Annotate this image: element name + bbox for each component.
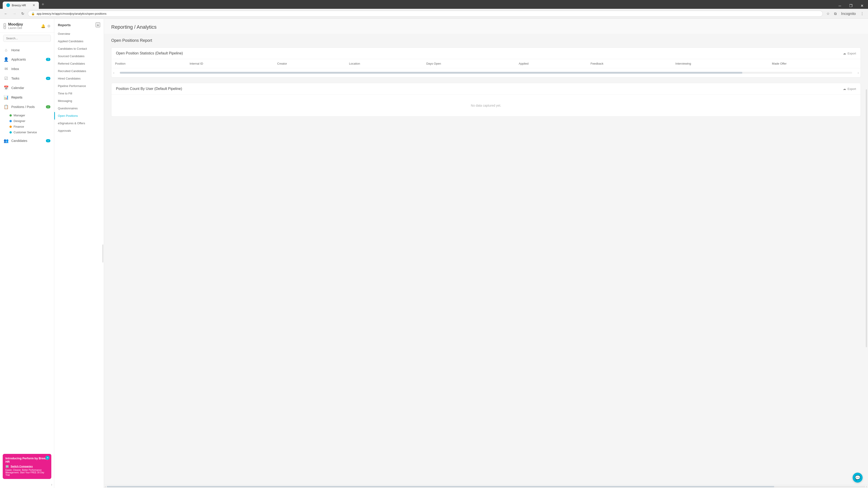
url-text: app.breezy.hr/app/c/moodjoy/analytics/op… <box>37 12 106 15</box>
minimize-button[interactable]: ─ <box>837 3 843 9</box>
scroll-left-arrow[interactable]: ‹ <box>112 69 116 76</box>
forward-button[interactable]: → <box>11 11 18 17</box>
sidebar-item-home-label: Home <box>11 48 20 52</box>
promo-body: Easier, Cleaner, Better Performance Mana… <box>5 469 49 476</box>
table-container-1: Position Internal ID Creator Location Da… <box>112 59 861 68</box>
promo-link[interactable]: Switch Companies <box>11 465 33 468</box>
table-scrollbar-track[interactable] <box>120 72 852 74</box>
col-location: Location <box>345 59 423 68</box>
maximize-button[interactable]: ❐ <box>847 3 854 9</box>
export-label-1: Export <box>847 52 856 55</box>
col-applied: Applied <box>515 59 587 68</box>
profile-button[interactable]: Incognito <box>840 11 857 17</box>
bottom-scrollbar-track[interactable] <box>107 486 865 487</box>
back-button[interactable]: ← <box>3 11 9 17</box>
reports-nav-title: Reports <box>58 23 71 27</box>
bookmark-button[interactable]: ☆ <box>825 11 831 17</box>
reports-scrollbar[interactable] <box>102 245 103 263</box>
sidebar-item-inbox[interactable]: ✉ Inbox <box>0 64 54 74</box>
app-container: ‹ Moodjoy Lauren Dell 🔔 ⚙ ⌂ Home 👤 Appli… <box>0 19 868 488</box>
tasks-badge: + <box>46 77 51 80</box>
company-name: Moodjoy <box>8 22 39 26</box>
export-button-2[interactable]: ☁ Export <box>843 87 856 91</box>
active-tab[interactable]: Breezy HR ✕ <box>3 2 39 9</box>
table-header-row: Position Internal ID Creator Location Da… <box>112 59 861 68</box>
vertical-scrollbar[interactable] <box>866 89 867 347</box>
settings-button[interactable]: ⚙ <box>47 24 51 28</box>
sidebar-item-candidates[interactable]: 👥 Candidates + <box>0 136 54 145</box>
scroll-right-arrow[interactable]: › <box>856 69 861 76</box>
bottom-scroll-right[interactable]: › <box>866 485 867 488</box>
sidebar-expand-toggle[interactable]: › <box>0 481 54 488</box>
pool-item-designer[interactable]: Designer <box>9 118 54 124</box>
sidebar-item-reports[interactable]: 📊 Reports <box>0 93 54 102</box>
reports-nav-item-messaging[interactable]: Messaging <box>54 97 104 105</box>
reports-nav-item-esignatures[interactable]: eSignatures & Offers <box>54 120 104 127</box>
report-section-2-header: Position Count By User (Default Pipeline… <box>112 83 861 95</box>
export-button-1[interactable]: ☁ Export <box>843 52 856 55</box>
reports-collapse-button[interactable]: ▲ <box>96 22 100 27</box>
reports-nav-item-pipeline[interactable]: Pipeline Performance <box>54 82 104 90</box>
reports-section-title: Reports ▲ <box>54 22 104 30</box>
applicants-badge: 7 <box>46 58 51 61</box>
sidebar-item-positions-pools-label: Positions / Pools <box>11 105 35 109</box>
sidebar-item-calendar[interactable]: 📅 Calendar <box>0 83 54 93</box>
sidebar-header: ‹ Moodjoy Lauren Dell 🔔 ⚙ <box>0 19 54 33</box>
reports-nav-item-applied[interactable]: Applied Candidates <box>54 37 104 45</box>
sidebar-search-container <box>0 33 54 44</box>
sidebar-item-tasks[interactable]: ☑ Tasks + <box>0 74 54 83</box>
reports-nav-item-approvals[interactable]: Approvals <box>54 127 104 134</box>
sidebar-expand-icon[interactable]: › <box>51 483 52 487</box>
report-main-area: Reporting / Analytics Open Positions Rep… <box>104 19 868 488</box>
pool-item-finance[interactable]: Finance <box>9 124 54 129</box>
home-icon: ⌂ <box>4 48 8 53</box>
pool-item-manager[interactable]: Manager <box>9 112 54 118</box>
menu-button[interactable]: ⋮ <box>859 11 865 17</box>
report-section-1: Open Position Statistics (Default Pipeli… <box>111 47 861 77</box>
sidebar-item-home[interactable]: ⌂ Home <box>0 45 54 55</box>
address-bar[interactable]: 🔒 app.breezy.hr/app/c/moodjoy/analytics/… <box>28 11 823 17</box>
table-scrollbar-thumb <box>120 72 743 74</box>
tab-favicon <box>6 3 10 7</box>
sidebar-back-button[interactable]: ‹ <box>4 23 6 29</box>
search-input[interactable] <box>3 35 51 42</box>
col-position: Position <box>112 59 186 68</box>
new-tab-button[interactable]: + <box>39 0 47 9</box>
pool-item-customer-service[interactable]: Customer Service <box>9 129 54 135</box>
col-feedback: Feedback <box>587 59 672 68</box>
sidebar-item-tasks-label: Tasks <box>11 76 20 80</box>
pool-label-designer: Designer <box>13 119 25 123</box>
reports-nav-item-hired[interactable]: Hired Candidates <box>54 75 104 82</box>
window-controls: ─ ❐ ✕ <box>837 3 865 9</box>
reload-button[interactable]: ↻ <box>20 11 26 17</box>
pools-section: Manager Designer Finance Customer Servic… <box>0 111 54 136</box>
tab-close-btn[interactable]: ✕ <box>33 3 35 7</box>
col-interviewing: Interviewing <box>672 59 768 68</box>
reports-nav-item-time-fill[interactable]: Time to Fill <box>54 90 104 97</box>
promo-banner: Introducing Perform by Breezy HR ✕ 🏢 Swi… <box>3 454 51 479</box>
sidebar-item-positions-pools[interactable]: 📋 Positions / Pools + <box>0 102 54 111</box>
calendar-icon: 📅 <box>4 86 8 90</box>
close-button[interactable]: ✕ <box>859 3 865 9</box>
sidebar: ‹ Moodjoy Lauren Dell 🔔 ⚙ ⌂ Home 👤 Appli… <box>0 19 54 488</box>
reports-nav-item-sourced[interactable]: Sourced Candidates <box>54 53 104 60</box>
chat-button[interactable]: 💬 <box>852 473 863 483</box>
open-positions-table: Position Internal ID Creator Location Da… <box>112 59 861 68</box>
col-made-offer: Made Offer <box>768 59 861 68</box>
reports-nav-item-contact[interactable]: Candidates to Contact <box>54 45 104 53</box>
reports-nav-item-recruited[interactable]: Recruited Candidates <box>54 67 104 75</box>
positions-pools-badge: + <box>46 105 51 108</box>
reports-nav-item-questionnaires[interactable]: Questionnaires <box>54 105 104 112</box>
reports-nav-item-open-positions[interactable]: Open Positions <box>54 112 104 120</box>
promo-close-button[interactable]: ✕ <box>45 456 50 460</box>
notifications-button[interactable]: 🔔 <box>41 24 45 28</box>
reports-nav-item-referred[interactable]: Referred Candidates <box>54 60 104 67</box>
sidebar-item-reports-label: Reports <box>11 96 22 99</box>
bottom-scroll-left[interactable]: ‹ <box>105 485 106 488</box>
page-header: Reporting / Analytics <box>104 19 868 34</box>
sidebar-item-applicants[interactable]: 👤 Applicants 7 <box>0 55 54 64</box>
reports-nav-item-overview[interactable]: Overview <box>54 30 104 37</box>
reports-icon: 📊 <box>4 95 8 100</box>
extensions-button[interactable]: ⧉ <box>833 11 838 17</box>
browser-tab-bar: Breezy HR ✕ + ─ ❐ ✕ <box>0 0 868 9</box>
